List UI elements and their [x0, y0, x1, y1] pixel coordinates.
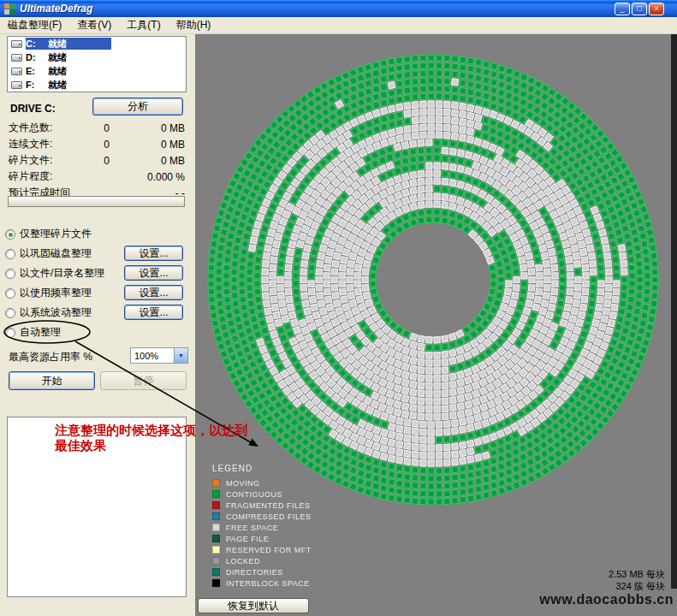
app-window: UltimateDefrag _ □ × 磁盘整理(F) 查看(V) 工具(T)…	[0, 0, 677, 616]
resource-usage-row: 最高资源占用率 % 100% ▼	[9, 347, 188, 364]
legend-item-mft: RESERVED FOR MFT	[212, 544, 312, 555]
settings-button-file-folder-name[interactable]: 设置...	[124, 265, 183, 281]
block-info: 2.53 MB 每块 324 簇 每块	[609, 568, 665, 592]
settings-button-consolidate[interactable]: 设置...	[124, 246, 183, 261]
radio-icon	[5, 308, 15, 318]
settings-button-volatility[interactable]: 设置...	[124, 305, 183, 320]
drive-icon	[11, 68, 22, 75]
legend-item-free-space: FREE SPACE	[212, 522, 312, 533]
menu-tools[interactable]: 工具(T)	[119, 16, 168, 34]
window-title: UltimateDefrag	[20, 3, 615, 15]
legend-item-interblock: INTERBLOCK SPACE	[212, 578, 312, 589]
legend-item-directories: DIRECTORIES	[212, 566, 312, 578]
radio-volatility[interactable]: 以系统波动整理 设置...	[5, 303, 190, 323]
stat-fragmented-files: 碎片文件:00 MB	[9, 152, 185, 169]
drive-row-c[interactable]: C:就绪	[8, 37, 186, 50]
menu-help[interactable]: 帮助(H)	[169, 16, 219, 34]
menu-view[interactable]: 查看(V)	[69, 16, 119, 34]
restore-defaults-button[interactable]: 恢复到默认	[198, 598, 309, 613]
settings-button-usage-frequency[interactable]: 设置...	[124, 285, 183, 300]
menu-bar: 磁盘整理(F) 查看(V) 工具(T) 帮助(H)	[0, 17, 677, 34]
minimize-button[interactable]: _	[615, 3, 630, 15]
radio-icon	[5, 249, 15, 259]
resource-usage-value: 100%	[131, 351, 174, 361]
chevron-down-icon[interactable]: ▼	[174, 348, 187, 363]
legend-item-locked: LOCKED	[212, 555, 312, 566]
fragmented-swatch	[212, 501, 220, 509]
defrag-options: 仅整理碎片文件 以巩固磁盘整理 设置... 以文件/目录名整理 设置... 以使…	[5, 224, 190, 342]
pause-button: 暂停	[100, 371, 187, 390]
legend: LEGEND MOVING CONTIGUOUS FRAGMENTED FILE…	[212, 464, 312, 589]
legend-item-contiguous: CONTIGUOUS	[212, 489, 312, 500]
message-box	[7, 417, 187, 597]
start-button[interactable]: 开始	[9, 371, 95, 390]
legend-item-page-file: PAGE FILE	[212, 533, 312, 544]
legend-item-compressed: COMPRESSED FILES	[212, 511, 312, 522]
radio-icon	[5, 328, 15, 338]
free-space-swatch	[212, 524, 220, 531]
app-icon	[4, 3, 16, 15]
window-edge	[671, 34, 677, 589]
progress-bar	[8, 196, 185, 207]
drive-icon	[11, 40, 22, 48]
page-file-swatch	[212, 535, 220, 542]
legend-title: LEGEND	[212, 464, 312, 473]
drive-icon	[11, 81, 22, 89]
block-size-clusters: 324 簇 每块	[609, 580, 665, 592]
radio-file-folder-name[interactable]: 以文件/目录名整理 设置...	[5, 264, 190, 283]
control-panel: C:就绪 D:就绪 E:就绪 F:就绪 DRIVE C: 分析 文件总数:00 …	[0, 34, 195, 616]
title-bar: UltimateDefrag _ □ ×	[0, 0, 677, 17]
radio-usage-frequency[interactable]: 以使用频率整理 设置...	[5, 283, 190, 303]
stat-contiguous-files: 连续文件:00 MB	[9, 136, 185, 152]
radio-icon	[5, 269, 15, 279]
contiguous-swatch	[212, 490, 220, 498]
mft-swatch	[212, 546, 220, 554]
analyze-button[interactable]: 分析	[92, 98, 183, 116]
radio-defrag-fragmented-only[interactable]: 仅整理碎片文件	[5, 224, 190, 244]
moving-swatch	[212, 479, 220, 487]
drive-row-e[interactable]: E:就绪	[8, 64, 186, 78]
drive-row-d[interactable]: D:就绪	[8, 50, 186, 64]
resource-usage-dropdown[interactable]: 100% ▼	[130, 347, 188, 364]
block-size-mb: 2.53 MB 每块	[609, 568, 665, 580]
disk-map-panel: LEGEND MOVING CONTIGUOUS FRAGMENTED FILE…	[195, 34, 677, 616]
radio-icon	[5, 229, 15, 240]
legend-item-moving: MOVING	[212, 477, 312, 489]
watermark: www.daocaobbs.cn	[539, 592, 674, 607]
radio-icon	[5, 288, 15, 299]
drive-title: DRIVE C:	[10, 103, 56, 115]
interblock-swatch	[212, 579, 220, 587]
resource-usage-label: 最高资源占用率 %	[9, 350, 92, 364]
drive-stats: 文件总数:00 MB 连续文件:00 MB 碎片文件:00 MB 碎片程度:0.…	[9, 120, 185, 201]
menu-disk-defrag[interactable]: 磁盘整理(F)	[0, 16, 69, 34]
drive-row-f[interactable]: F:就绪	[8, 78, 186, 92]
stat-fragmentation-level: 碎片程度:0.000 %	[9, 169, 185, 185]
titlebar-buttons: _ □ ×	[615, 3, 664, 15]
drive-list: C:就绪 D:就绪 E:就绪 F:就绪	[7, 36, 187, 92]
stat-total-files: 文件总数:00 MB	[9, 120, 185, 136]
compressed-swatch	[212, 512, 220, 520]
drive-icon	[11, 54, 22, 62]
radio-consolidate[interactable]: 以巩固磁盘整理 设置...	[5, 244, 190, 264]
close-button[interactable]: ×	[649, 3, 664, 15]
locked-swatch	[212, 557, 220, 565]
directories-swatch	[212, 568, 220, 576]
maximize-button[interactable]: □	[632, 3, 647, 15]
radio-auto-defrag[interactable]: 自动整理	[5, 323, 190, 342]
legend-item-fragmented: FRAGMENTED FILES	[212, 500, 312, 511]
